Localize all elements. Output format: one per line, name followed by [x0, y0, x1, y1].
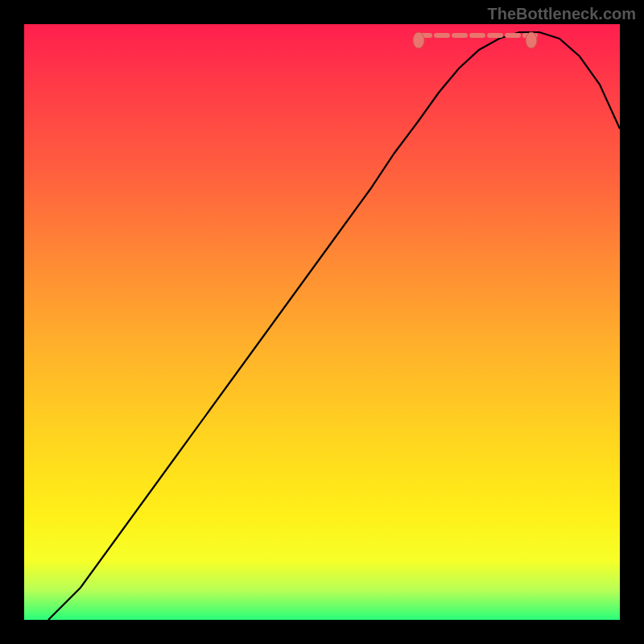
- chart-frame: TheBottleneck.com: [0, 0, 644, 644]
- range-marker-right: [526, 32, 537, 48]
- range-marker-left: [413, 32, 424, 48]
- bottleneck-curve: [48, 32, 620, 620]
- curve-layer: [24, 24, 620, 620]
- watermark-text: TheBottleneck.com: [488, 5, 636, 23]
